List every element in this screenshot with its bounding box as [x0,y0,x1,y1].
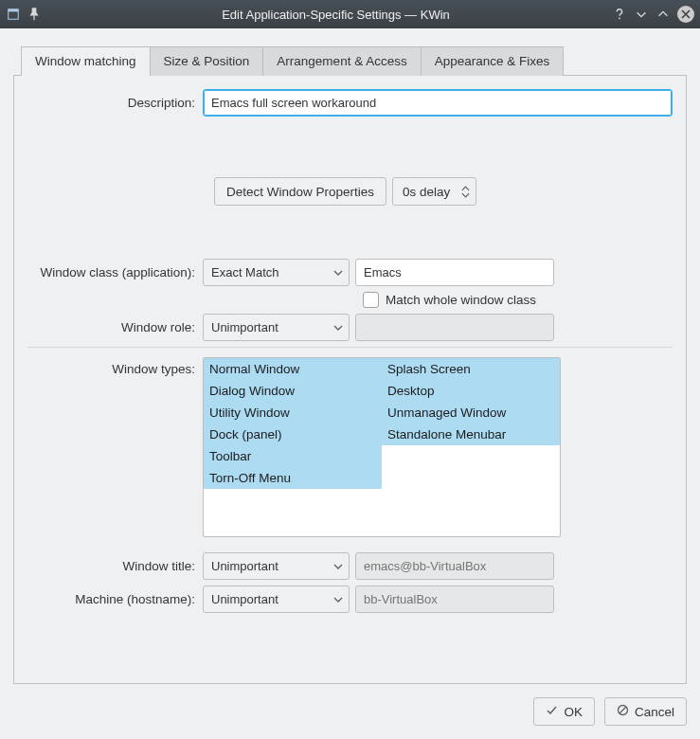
class-match-combo[interactable]: Exact Match [203,259,350,286]
role-match-combo[interactable]: Unimportant [203,314,350,341]
tab-panel: Description: Detect Window Properties 0s… [13,75,687,684]
detect-properties-button[interactable]: Detect Window Properties [214,177,386,206]
list-item[interactable]: Dock (panel) [204,424,382,445]
tab-appearance-fixes[interactable]: Appearance & Fixes [421,46,565,76]
role-match-value: Unimportant [211,320,278,334]
window-title: Edit Application-Specific Settings — KWi… [72,8,600,22]
checkbox-box [363,292,379,308]
chevron-down-icon [333,597,343,603]
window-types-list[interactable]: Normal Window Dialog Window Utility Wind… [203,357,561,537]
title-match-value: Unimportant [211,559,278,573]
ban-icon [617,704,629,719]
detect-properties-label: Detect Window Properties [226,185,374,199]
title-value-input [355,552,554,580]
list-item[interactable]: Toolbar [204,445,382,467]
class-match-value: Exact Match [211,265,279,279]
close-icon[interactable] [677,6,694,23]
help-icon[interactable] [612,7,627,22]
cancel-label: Cancel [635,705,674,719]
list-item[interactable]: Dialog Window [204,380,382,402]
match-whole-label: Match whole window class [386,293,536,307]
pin-icon[interactable] [27,7,42,22]
list-item[interactable]: Standalone Menubar [382,424,560,445]
detect-delay-spinbox[interactable]: 0s delay [392,177,476,206]
titlebar: Edit Application-Specific Settings — KWi… [0,0,700,28]
list-item[interactable]: Unmanaged Window [382,402,560,424]
machine-match-value: Unimportant [211,592,278,606]
tab-arrangement-access[interactable]: Arrangement & Access [262,46,421,76]
tabbar: Window matching Size & Position Arrangem… [21,45,687,75]
machine-value-input [355,586,554,613]
chevron-down-icon [333,325,343,331]
chevron-down-icon [333,564,343,569]
list-item[interactable]: Torn-Off Menu [204,467,382,489]
label-window-title: Window title: [27,559,203,573]
chevron-down-icon[interactable] [461,192,470,198]
svg-line-4 [619,707,626,713]
cancel-button[interactable]: Cancel [604,697,687,726]
ok-button[interactable]: OK [533,697,595,726]
svg-rect-1 [9,9,19,12]
buttonbar: OK Cancel [13,684,687,726]
chevron-down-icon [333,270,343,276]
title-match-combo[interactable]: Unimportant [203,552,350,580]
role-value-input [355,314,554,341]
chevron-up-icon[interactable] [461,186,470,191]
minimize-icon[interactable] [634,7,649,22]
svg-point-2 [619,18,620,20]
label-description: Description: [27,96,203,110]
detect-delay-value: 0s delay [403,185,450,199]
label-window-types: Window types: [27,357,203,376]
maximize-icon[interactable] [655,7,671,22]
label-window-class: Window class (application): [27,265,203,279]
label-window-role: Window role: [27,320,203,334]
match-whole-checkbox[interactable]: Match whole window class [363,292,536,308]
list-item[interactable]: Desktop [382,380,560,402]
class-value-input[interactable] [355,259,554,286]
tab-window-matching[interactable]: Window matching [21,46,151,76]
list-item[interactable]: Normal Window [204,358,382,380]
app-menu-icon[interactable] [6,7,21,22]
list-item[interactable]: Splash Screen [382,358,560,380]
check-icon [546,704,558,719]
machine-match-combo[interactable]: Unimportant [203,586,350,613]
tab-size-position[interactable]: Size & Position [150,46,264,76]
separator [27,347,673,348]
label-machine: Machine (hostname): [27,592,203,606]
list-item[interactable]: Utility Window [204,402,382,424]
ok-label: OK [564,705,583,719]
description-input[interactable] [203,89,673,117]
